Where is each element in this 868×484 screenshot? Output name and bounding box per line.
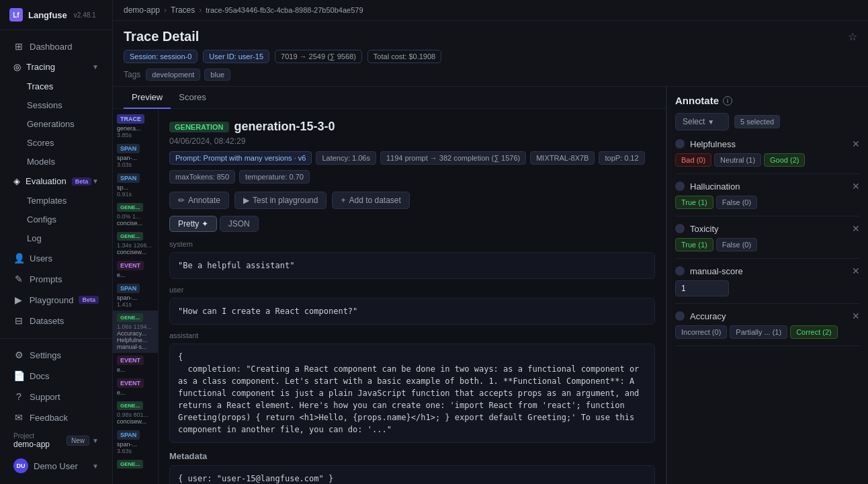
sidebar-item-templates[interactable]: Templates <box>4 192 108 210</box>
sidebar-item-settings[interactable]: ⚙ Settings <box>4 345 108 365</box>
users-icon: 👤 <box>13 253 24 264</box>
main-content: demo-app › Traces › trace-95a43446-fb3c-… <box>113 0 868 484</box>
toxicity-label: Toxicity <box>690 224 719 234</box>
accuracy-close-btn[interactable]: ✕ <box>852 311 860 321</box>
breadcrumb-traces[interactable]: Traces <box>171 5 195 15</box>
span-badge2: SPAN <box>117 173 140 183</box>
user-menu[interactable]: DU Demo User ▼ <box>4 454 108 478</box>
tree-item-span1[interactable]: SPAN span-... 3.03s <box>113 141 158 171</box>
format-json-tab[interactable]: JSON <box>220 216 259 232</box>
tree-item-gen5[interactable]: GENE... <box>113 457 158 473</box>
accuracy-chat-icon <box>675 311 685 321</box>
sessions-label: Sessions <box>27 100 62 110</box>
playground-beta-badge: Beta <box>79 296 99 304</box>
helpfulness-close-btn[interactable]: ✕ <box>852 138 860 149</box>
tree-item-gen4[interactable]: GENE... 0.98s 801... concisew... <box>113 399 158 428</box>
new-project-btn[interactable]: New <box>67 436 89 446</box>
add-dataset-icon: + <box>341 196 345 205</box>
sidebar-item-generations[interactable]: Generations <box>4 115 108 133</box>
sidebar-item-datasets[interactable]: ⊟ Datasets <box>4 311 108 331</box>
tree-item-span3[interactable]: SPAN span-... 1.41s <box>113 281 158 311</box>
sidebar-item-prompts[interactable]: ✎ Prompts <box>4 269 108 289</box>
datasets-label: Datasets <box>30 316 64 326</box>
event-badge1: EVENT <box>117 261 144 270</box>
hallucination-chat-icon <box>675 182 685 191</box>
metadata-content: { user: "user-15@langfuse.com" } <box>169 465 655 484</box>
prompt-badge: Prompt: Prompt with many versions · v6 <box>169 151 312 165</box>
annotate-icon: ✏ <box>178 196 185 205</box>
sidebar-item-dashboard[interactable]: ⊞ Dashboard <box>4 36 108 56</box>
toxicity-false-option[interactable]: False (0) <box>716 238 757 251</box>
accuracy-partially-option[interactable]: Partially ... (1) <box>730 325 787 339</box>
sidebar-item-models[interactable]: Models <box>4 153 108 171</box>
tree-item-gen3[interactable]: GENE... 1.06s 1194... Accuracy... Helpfu… <box>113 311 158 353</box>
annotate-select-dropdown[interactable]: Select ▼ <box>675 113 729 130</box>
star-button[interactable]: ☆ <box>848 30 857 43</box>
sidebar-item-playground[interactable]: ▶ Playground Beta <box>4 290 108 310</box>
span-badge: SPAN <box>117 144 140 153</box>
tag-development: development <box>146 69 200 81</box>
tree-item-event1[interactable]: EVENT e... <box>113 258 158 281</box>
tree-item-span4[interactable]: SPAN span-... 3.63s <box>113 428 158 457</box>
gen-timestamp: 04/06/2024, 08:42:29 <box>169 136 655 146</box>
sidebar-item-traces[interactable]: Traces <box>4 77 108 95</box>
evaluation-label: Evaluation <box>26 176 67 186</box>
hallucination-true-option[interactable]: True (1) <box>675 196 713 209</box>
sidebar: Lf Langfuse v2.48.1 ⊞ Dashboard ◎ Tracin… <box>0 0 113 484</box>
tree-item-event2[interactable]: EVENT e... <box>113 353 158 376</box>
avatar: DU <box>13 458 28 473</box>
sidebar-item-scores[interactable]: Scores <box>4 134 108 152</box>
tree-item-trace[interactable]: TRACE genera... 3.85s <box>113 112 158 141</box>
log-label: Log <box>27 233 42 243</box>
test-in-playground-button[interactable]: ▶ Test in playground <box>234 192 327 209</box>
message-system: system "Be a helpful assistant" <box>169 239 655 279</box>
sidebar-item-sessions[interactable]: Sessions <box>4 96 108 114</box>
info-icon: i <box>723 96 732 106</box>
add-to-dataset-button[interactable]: + Add to dataset <box>332 192 409 209</box>
cost-badge: Total cost: $0.1908 <box>367 50 441 63</box>
hallucination-close-btn[interactable]: ✕ <box>852 181 860 192</box>
sidebar-item-log[interactable]: Log <box>4 229 108 247</box>
tree-item-gen2[interactable]: GENE... 1.34s 1266... concisew... <box>113 229 158 258</box>
manual-score-input[interactable] <box>675 280 729 296</box>
format-pretty-tab[interactable]: Pretty ✦ <box>169 216 217 232</box>
sidebar-item-tracing[interactable]: ◎ Tracing ▼ <box>4 57 108 77</box>
tree-item-span2[interactable]: SPAN sp... 0.91s <box>113 171 158 200</box>
message-assistant: assistant { completion: "Creating a Reac… <box>169 330 655 443</box>
helpfulness-bad-option[interactable]: Bad (0) <box>675 153 711 167</box>
logo-icon: Lf <box>9 8 23 22</box>
tab-preview[interactable]: Preview <box>124 87 171 109</box>
accuracy-incorrect-option[interactable]: Incorrect (0) <box>675 325 727 339</box>
sidebar-item-feedback[interactable]: ✉ Feedback <box>4 407 108 428</box>
tab-scores[interactable]: Scores <box>171 87 214 109</box>
system-content: "Be a helpful assistant" <box>169 252 655 279</box>
sidebar-item-configs[interactable]: Configs <box>4 210 108 229</box>
accuracy-correct-option[interactable]: Correct (2) <box>790 325 838 339</box>
breadcrumb-demo-app[interactable]: demo-app <box>124 5 160 15</box>
users-label: Users <box>30 253 52 264</box>
chevron-icon: ▼ <box>92 63 99 71</box>
sidebar-item-support[interactable]: ? Support <box>4 387 108 407</box>
manual-score-close-btn[interactable]: ✕ <box>852 266 860 276</box>
assistant-role-label: assistant <box>169 330 655 341</box>
toxicity-true-option[interactable]: True (1) <box>675 238 713 251</box>
system-role-label: system <box>169 239 655 249</box>
tracing-icon: ◎ <box>13 62 21 72</box>
gen-meta: Prompt: Prompt with many versions · v6 L… <box>169 151 655 165</box>
helpfulness-neutral-option[interactable]: Neutral (1) <box>714 153 761 167</box>
hallucination-false-option[interactable]: False (0) <box>716 196 757 209</box>
sidebar-item-users[interactable]: 👤 Users <box>4 248 108 268</box>
event-badge2: EVENT <box>117 356 144 365</box>
assistant-content: { completion: "Creating a React componen… <box>169 344 655 443</box>
toxicity-close-btn[interactable]: ✕ <box>852 223 860 234</box>
playground-label: Playground <box>30 295 74 305</box>
annotate-button[interactable]: ✏ Annotate <box>169 192 229 209</box>
manual-score-row: manual-score ✕ <box>675 266 860 304</box>
helpfulness-good-option[interactable]: Good (2) <box>764 153 805 167</box>
sidebar-item-docs[interactable]: 📄 Docs <box>4 366 108 386</box>
tree-item-event3[interactable]: EVENT e... <box>113 376 158 399</box>
trace-tree: TRACE genera... 3.85s SPAN span-... 3.03… <box>113 109 159 484</box>
tree-item-gen1[interactable]: GENE... 0.0% 1... concise... <box>113 200 158 229</box>
sidebar-item-evaluation[interactable]: ◈ Evaluation Beta ▼ <box>4 171 108 191</box>
project-selector[interactable]: Project demo-app New ▼ <box>4 428 108 453</box>
